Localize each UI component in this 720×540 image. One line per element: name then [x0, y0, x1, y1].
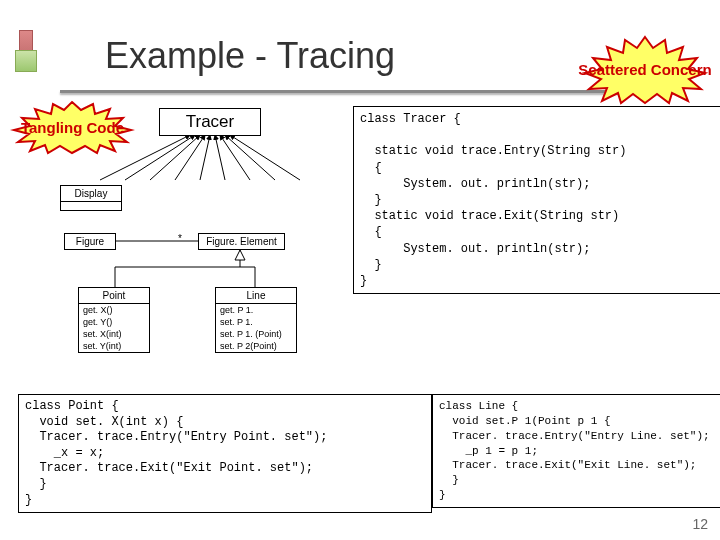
- scattered-concern-burst: Scattered Concern: [575, 35, 715, 105]
- uml-multiplicity: *: [178, 233, 182, 244]
- uml-method: set. P 1.: [216, 316, 296, 328]
- uml-method: set. X(int): [79, 328, 149, 340]
- title-decoration: [15, 30, 45, 80]
- uml-diagram: Display Figure * Figure. Element Point g…: [60, 175, 360, 365]
- uml-point-box: Point get. X() get. Y() set. X(int) set.…: [78, 287, 150, 353]
- uml-display-box: Display: [60, 185, 122, 211]
- line-code-block: class Line { void set.P 1(Point p 1 { Tr…: [432, 394, 720, 508]
- svg-line-4: [150, 135, 200, 180]
- uml-figure-label: Figure: [65, 234, 115, 249]
- uml-display-label: Display: [61, 186, 121, 202]
- svg-line-10: [230, 135, 300, 180]
- svg-marker-16: [235, 250, 245, 260]
- burst-right-label: Scattered Concern: [578, 61, 711, 79]
- uml-method: get. X(): [79, 304, 149, 316]
- svg-line-8: [220, 135, 250, 180]
- uml-method: get. P 1.: [216, 304, 296, 316]
- uml-line-box: Line get. P 1. set. P 1. set. P 1. (Poin…: [215, 287, 297, 353]
- tracer-box: Tracer: [159, 108, 261, 136]
- title-underline: [60, 90, 660, 93]
- svg-line-6: [200, 135, 210, 180]
- svg-line-3: [125, 135, 195, 180]
- uml-method: set. P 2(Point): [216, 340, 296, 352]
- tracer-code-block: class Tracer { static void trace.Entry(S…: [353, 106, 720, 294]
- slide-number: 12: [692, 516, 708, 532]
- uml-method: get. Y(): [79, 316, 149, 328]
- slide-title: Example - Tracing: [105, 35, 395, 77]
- uml-figure-box: Figure: [64, 233, 116, 250]
- arrows-icon: [80, 132, 350, 182]
- svg-line-7: [215, 135, 225, 180]
- svg-line-5: [175, 135, 205, 180]
- point-code-block: class Point { void set. X(int x) { Trace…: [18, 394, 432, 513]
- uml-figelem-label: Figure. Element: [199, 234, 284, 249]
- uml-method: set. Y(int): [79, 340, 149, 352]
- uml-point-label: Point: [79, 288, 149, 304]
- svg-line-2: [100, 135, 190, 180]
- burst-left-label: Tangling Code: [21, 119, 124, 136]
- uml-method: set. P 1. (Point): [216, 328, 296, 340]
- uml-figure-element-box: Figure. Element: [198, 233, 285, 250]
- uml-line-label: Line: [216, 288, 296, 304]
- svg-line-9: [225, 135, 275, 180]
